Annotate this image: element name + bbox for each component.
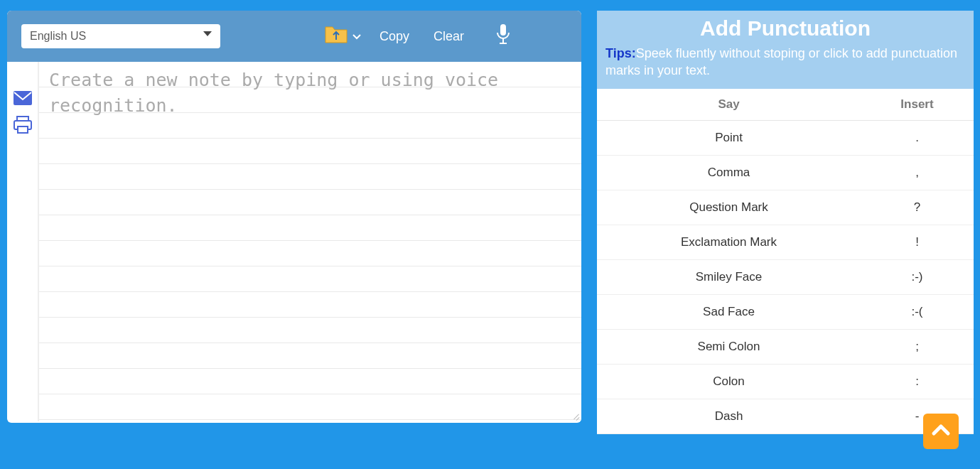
col-insert: Insert (861, 89, 974, 121)
punctuation-table: Say Insert Point . Comma , Question Mark… (597, 89, 974, 434)
tips-text: Speek fluently without stoping or click … (605, 46, 957, 77)
punctuation-panel-header: Add Punctuation Tips:Speek fluently with… (597, 11, 974, 89)
copy-button[interactable]: Copy (379, 29, 409, 44)
note-textarea[interactable] (39, 62, 581, 421)
note-body (7, 62, 581, 421)
insert-cell: ; (861, 330, 974, 365)
tips-label: Tips: (605, 46, 636, 60)
print-icon[interactable] (13, 116, 33, 137)
col-say: Say (597, 89, 861, 121)
insert-cell: :-( (861, 295, 974, 330)
say-cell: Dash (597, 399, 861, 434)
note-editor-panel: English US Copy Clear (7, 11, 581, 423)
say-cell: Semi Colon (597, 330, 861, 365)
chevron-down-icon (352, 30, 361, 43)
say-cell: Smiley Face (597, 260, 861, 295)
say-cell: Question Mark (597, 190, 861, 225)
editor-toolbar: English US Copy Clear (7, 11, 581, 62)
scroll-to-top-button[interactable] (923, 414, 959, 449)
punctuation-panel: Add Punctuation Tips:Speek fluently with… (597, 11, 974, 434)
chevron-down-icon (203, 31, 212, 36)
note-side-icons (7, 62, 38, 421)
insert-cell: :-) (861, 260, 974, 295)
tips-line: Tips:Speek fluently without stoping or c… (605, 45, 965, 79)
svg-rect-3 (14, 91, 32, 105)
chevron-up-icon (931, 424, 951, 439)
punctuation-title: Add Punctuation (605, 16, 965, 41)
insert-cell: ? (861, 190, 974, 225)
insert-cell: ! (861, 225, 974, 260)
table-row[interactable]: Comma , (597, 156, 974, 190)
insert-cell: . (861, 121, 974, 156)
table-row[interactable]: Smiley Face :-) (597, 260, 974, 295)
export-dropdown[interactable] (324, 26, 361, 47)
table-row[interactable]: Dash - (597, 399, 974, 434)
table-row[interactable]: Question Mark ? (597, 190, 974, 225)
say-cell: Exclamation Mark (597, 225, 861, 260)
microphone-icon[interactable] (495, 24, 511, 48)
table-row[interactable]: Sad Face :-( (597, 295, 974, 330)
say-cell: Comma (597, 156, 861, 190)
note-area (39, 62, 581, 421)
say-cell: Point (597, 121, 861, 156)
table-row[interactable]: Semi Colon ; (597, 330, 974, 365)
language-select[interactable]: English US (21, 24, 220, 48)
say-cell: Sad Face (597, 295, 861, 330)
export-folder-icon (324, 26, 348, 47)
table-row[interactable]: Colon : (597, 365, 974, 399)
insert-cell: , (861, 156, 974, 190)
table-row[interactable]: Exclamation Mark ! (597, 225, 974, 260)
language-selected-label: English US (30, 30, 86, 43)
clear-button[interactable]: Clear (434, 29, 464, 44)
email-icon[interactable] (13, 90, 33, 109)
svg-rect-0 (500, 24, 506, 36)
svg-rect-6 (18, 126, 28, 133)
textarea-resize-handle[interactable] (571, 411, 580, 420)
insert-cell: : (861, 365, 974, 399)
say-cell: Colon (597, 365, 861, 399)
table-row[interactable]: Point . (597, 121, 974, 156)
